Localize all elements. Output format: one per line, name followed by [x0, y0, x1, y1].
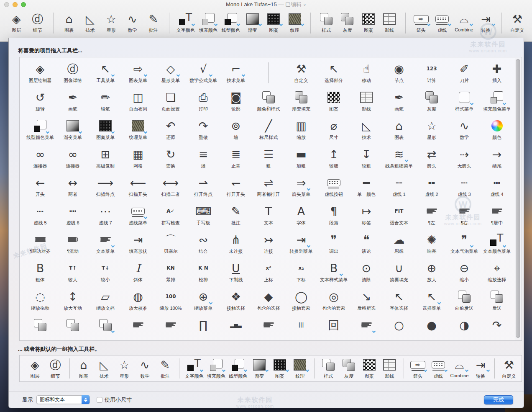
item-font-select[interactable]: ↖字体选择	[383, 286, 415, 314]
item-math[interactable]: ∿数学	[125, 11, 139, 33]
item-line-heavier[interactable]: ↧较粗	[350, 144, 383, 172]
item-combine[interactable]: ⌓Combine	[456, 11, 472, 32]
item-page-setup[interactable]: ❏页面设置	[154, 87, 187, 115]
zoom-button[interactable]	[21, 2, 26, 7]
item-move-back-selected[interactable]: ↘后移所选	[350, 286, 383, 314]
item-details[interactable]: ⓓ细节	[48, 357, 63, 379]
item-kern-loose[interactable]: K N松排	[187, 258, 220, 286]
item-dash[interactable]: 虚线	[435, 11, 449, 33]
item-connector[interactable]: ∞连接器	[24, 144, 56, 172]
item-histogram[interactable]: ▂▅▃	[220, 314, 252, 341]
item-line-thick[interactable]: ☰粗	[252, 144, 285, 172]
item-scale-rulers[interactable]: ▥缩放	[285, 115, 317, 144]
item-star[interactable]: ☆星形	[415, 115, 448, 144]
item-line-normal[interactable]: ≣正常	[220, 144, 252, 172]
item-layers[interactable]: ◈图层	[9, 11, 23, 33]
item-disconnected[interactable]: ⋔未连接	[220, 229, 252, 258]
item-gradient-menu[interactable]: 渐变菜单	[56, 115, 89, 144]
item-fill-color-menu[interactable]: 填充颜色菜单	[481, 87, 513, 115]
item-dimension[interactable]: ⌀尺寸	[317, 115, 350, 144]
item-hatch[interactable]: 影线	[382, 357, 397, 379]
title-chevron-icon[interactable]: ∨	[303, 3, 306, 7]
item-arrow-start[interactable]: ←开头	[24, 172, 56, 201]
item-blob-filled[interactable]: ●	[415, 314, 448, 341]
item-para-right[interactable]: ¶右	[448, 201, 481, 229]
item-print[interactable]: ⎙打印	[187, 87, 220, 115]
item-overlap-squares-menu[interactable]	[89, 314, 122, 341]
item-math[interactable]: ∿数学	[137, 357, 153, 379]
item-insert[interactable]: ✚插入	[481, 58, 513, 87]
item-arrow-menu[interactable]: ⇒箭头菜单	[285, 172, 317, 201]
item-comb[interactable]: ∏	[187, 314, 220, 341]
item-para-justify[interactable]: ¶两边对齐	[24, 229, 56, 258]
item-dash-2[interactable]: ╍虚线 2	[415, 172, 448, 201]
item-talk-bubble[interactable]: ❝谈论	[350, 229, 383, 258]
item-para-center[interactable]: ¶居中	[481, 201, 513, 229]
item-move-hand[interactable]: ☝移动	[350, 58, 383, 87]
item-open-end[interactable]: ⇀打开终点	[187, 172, 220, 201]
item-solid-line[interactable]: ━单一颜色	[350, 172, 383, 201]
item-dash[interactable]: 虚线	[430, 357, 446, 379]
item-pattern[interactable]: 图案	[272, 357, 287, 379]
item-details[interactable]: ⓓ细节	[30, 11, 44, 33]
small-size-option[interactable]: 使用小尺寸	[97, 396, 132, 404]
item-pattern-swatch[interactable]: 图案	[361, 11, 376, 33]
item-layers[interactable]: ◈图层	[27, 357, 43, 379]
item-convert-to-menu[interactable]: ⇥转换到菜单	[285, 229, 317, 258]
item-wall[interactable]: ⊚墙	[220, 115, 252, 144]
item-center-bars[interactable]	[252, 314, 285, 341]
item-summary-fill[interactable]: ∪摘要填充	[383, 258, 415, 286]
item-hatch[interactable]: 影线	[382, 11, 396, 33]
item-undo[interactable]: ↶还原	[154, 115, 187, 144]
item-annotation[interactable]: ✎批注	[146, 11, 161, 33]
item-bezier[interactable]: ⌒贝塞尔	[154, 229, 187, 258]
item-grayscale[interactable]: 灰度	[415, 87, 448, 115]
item-zoom-interactive[interactable]: ↕放大互动	[56, 286, 89, 314]
item-grayscale[interactable]: 灰度	[340, 11, 354, 33]
item-send-backward[interactable]: 后送	[481, 286, 513, 314]
item-chart[interactable]: ⌂图表	[383, 115, 415, 144]
item-image-details[interactable]: ⓓ图像详情	[56, 58, 89, 87]
item-convert[interactable]: ⇥转换	[473, 357, 489, 379]
item-fit-text[interactable]: FIT适合文本	[383, 201, 415, 229]
item-annotation[interactable]: ✎批注	[158, 357, 173, 379]
item-loud-burst[interactable]: ✺响亮	[415, 229, 448, 258]
item-overlap-squares[interactable]	[24, 314, 56, 341]
item-star[interactable]: ☆星形	[117, 357, 132, 379]
item-sweep-both[interactable]: ⟷扫描二者	[154, 172, 187, 201]
item-star-menu[interactable]: ◇星形菜单	[154, 58, 187, 87]
item-align-lines-right[interactable]	[154, 314, 187, 341]
item-math[interactable]: ∿数学	[448, 115, 481, 144]
item-layer-drawer[interactable]: ◈图层绘制器	[24, 58, 56, 87]
item-kern-tight[interactable]: KN紧排	[154, 258, 187, 286]
item-paragraph[interactable]: ¶段落	[317, 201, 350, 229]
item-color-wheel[interactable]: 颜色	[481, 115, 513, 144]
item-join[interactable]: ∾结合	[187, 229, 220, 258]
item-nodes[interactable]: ◉节点	[383, 58, 415, 87]
item-thought-bubble[interactable]: ☁思想	[383, 229, 415, 258]
item-select-part[interactable]: ↖选择部分	[317, 58, 350, 87]
item-fill-color[interactable]: 填充颜色	[200, 11, 216, 33]
item-tools-menu[interactable]: ↖工具菜单	[89, 58, 122, 87]
item-blob-outline[interactable]: ○	[383, 314, 415, 341]
item-texture-menu[interactable]: 纹理菜单	[122, 115, 154, 144]
item-underline[interactable]: U下划线	[220, 258, 252, 286]
item-pencil[interactable]: ✏铅笔	[89, 87, 122, 115]
item-arrow[interactable]: ⇨箭头	[410, 357, 426, 379]
item-advanced-copy[interactable]: ⊞高级复制	[89, 144, 122, 172]
item-zoom-100[interactable]: 100缩放 100%	[154, 286, 187, 314]
item-touch-select[interactable]: ❖接触选择	[220, 286, 252, 314]
item-tech[interactable]: ◺技术	[350, 115, 383, 144]
item-customize[interactable]: ⚒自定义	[510, 11, 524, 33]
item-zoom-out[interactable]: ⊖缩小	[448, 258, 481, 286]
item-arrow-both-ends[interactable]: ↔两者	[56, 172, 89, 201]
item-connect[interactable]: ↣连接	[252, 229, 285, 258]
item-arrow[interactable]: ⇨箭头	[414, 11, 428, 33]
item-style-menu[interactable]: 样式菜单	[448, 87, 481, 115]
item-arrow-end[interactable]: →结尾	[481, 144, 513, 172]
item-bold[interactable]: B粗体	[24, 258, 56, 286]
item-zoom-calibrate[interactable]: ◍放大校准	[122, 286, 154, 314]
item-math-formula-menu[interactable]: √数学公式菜单	[187, 58, 220, 87]
item-lines-menu[interactable]	[350, 314, 383, 341]
small-size-checkbox[interactable]	[97, 397, 102, 403]
